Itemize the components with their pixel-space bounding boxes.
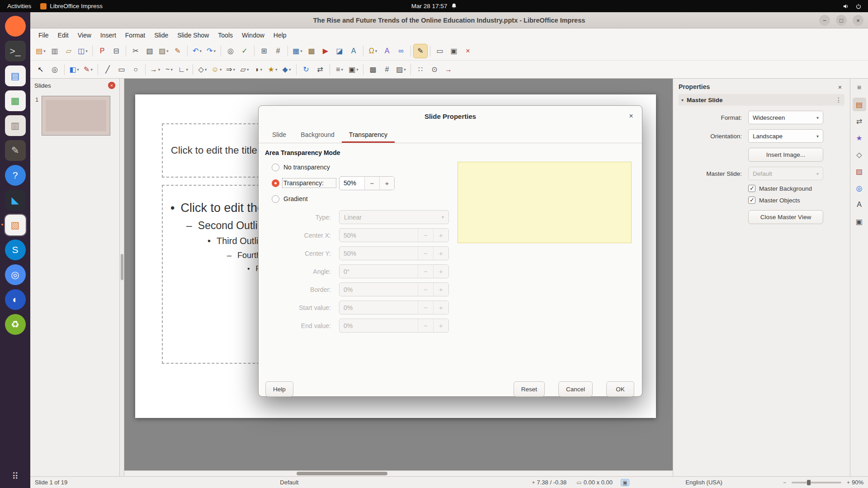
transparency-value[interactable]: 50% [340,177,364,190]
redo-icon[interactable]: ↷ [204,44,218,58]
close-dialog-icon[interactable]: × [626,111,636,121]
navigator-tab-icon[interactable]: ◎ [853,181,866,195]
ok-button[interactable]: OK [606,381,634,397]
checkbox-master-objects[interactable]: Master Objects [748,197,844,204]
snap-guides-icon[interactable]: # [271,44,285,58]
master-slides-tab-icon[interactable]: ▣ [853,215,866,228]
zoom-in-icon[interactable]: + [847,479,850,486]
zoom-level[interactable]: 90% [852,479,863,486]
paste-icon[interactable]: ▨ [157,44,170,58]
insert-table-icon[interactable]: ▦ [291,44,304,58]
special-character-icon[interactable]: Ω [366,44,380,58]
close-properties-panel-icon[interactable]: × [835,83,844,91]
hyperlink-icon[interactable]: ∞ [394,44,408,58]
spelling-icon[interactable]: ✓ [238,44,251,58]
help-button[interactable]: Help [265,381,293,397]
section-settings-icon[interactable]: ⋮ [835,96,842,103]
menu-window[interactable]: Window [237,30,269,41]
dock-help-icon[interactable]: ? [5,165,26,186]
copy-icon[interactable]: ▧ [143,44,156,58]
symbol-shapes-icon[interactable]: ☺ [210,63,223,76]
zoom-icon[interactable]: ◎ [48,63,61,76]
menu-slide[interactable]: Slide [150,30,173,41]
menu-file[interactable]: File [34,30,53,41]
menu-help[interactable]: Help [269,30,291,41]
insert-media-icon[interactable]: ▶ [319,44,332,58]
orientation-dropdown[interactable]: Landscape ▾ [748,129,823,143]
edit-points-icon[interactable]: ∷ [414,63,427,76]
arrange-icon[interactable]: ▣ [347,63,360,76]
print-icon[interactable]: ⊟ [109,44,123,58]
tab-slide[interactable]: Slide [265,127,293,143]
flip-icon[interactable]: ⇄ [313,63,327,76]
insert-textbox-icon[interactable]: A [347,44,360,58]
cut-icon[interactable]: ✂ [129,44,142,58]
checkbox-master-background[interactable]: Master Background [748,185,844,192]
block-arrows-icon[interactable]: ⇒ [224,63,237,76]
sidebar-menu-icon[interactable]: ≡ [853,81,866,94]
animation-tab-icon[interactable]: ★ [853,131,866,145]
properties-tab-icon[interactable]: ▤ [853,98,866,111]
tab-background[interactable]: Background [293,127,342,143]
header-footer-icon[interactable]: ▭ [433,44,447,58]
connectors-icon[interactable]: ∟ [176,63,190,76]
slide-layout-icon[interactable]: ▣ [447,44,461,58]
dock-impress-icon[interactable]: ▧ [5,215,26,235]
basic-shapes-icon[interactable]: ◇ [196,63,209,76]
dock-gimp-icon[interactable]: ✎ [5,140,26,161]
dock-ide-circle-icon[interactable]: ◐ [5,289,26,310]
curves-icon[interactable]: ~ [162,63,176,76]
find-replace-icon[interactable]: ◎ [224,44,237,58]
rotate-icon[interactable]: ↻ [299,63,313,76]
panel-splitter[interactable] [120,79,124,476]
dock-browser-circle-icon[interactable]: ◎ [5,264,26,285]
lines-and-arrows-icon[interactable]: → [148,63,162,76]
close-master-view-button[interactable]: Close Master View [748,210,823,224]
decrease-transparency-button[interactable] [364,177,379,190]
maximize-button[interactable]: □ [836,15,847,26]
dock-file-cabinet-icon[interactable]: ▥ [5,115,26,136]
language-indicator[interactable]: English (USA) [685,479,722,486]
rectangle-icon[interactable]: ▭ [115,63,128,76]
splitter-handle[interactable] [121,254,123,280]
glue-points-icon[interactable]: ⊙ [428,63,441,76]
ellipse-icon[interactable]: ○ [129,63,142,76]
display-grid-icon[interactable]: ⊞ [257,44,271,58]
cancel-button[interactable]: Cancel [558,381,593,397]
slide-thumbnail-row[interactable]: 1 [30,92,119,139]
new-presentation-icon[interactable]: ▤ [34,44,47,58]
menu-tools[interactable]: Tools [213,30,237,41]
no-transparency-radio[interactable] [272,164,279,171]
menu-insert[interactable]: Insert [96,30,121,41]
templates-icon[interactable]: ▥ [48,44,61,58]
line-color-icon[interactable]: ✎ [81,63,95,76]
menu-slide-show[interactable]: Slide Show [173,30,213,41]
menu-edit[interactable]: Edit [53,30,73,41]
slide-transition-tab-icon[interactable]: ⇄ [853,114,866,128]
flowchart-icon[interactable]: ▱ [238,63,251,76]
clock[interactable]: Mar 28 17:57 [411,3,457,9]
reset-button[interactable]: Reset [514,381,545,397]
styles-tab-icon[interactable]: A [853,198,866,211]
dock-calc-icon[interactable]: ▦ [5,90,26,111]
align-objects-icon[interactable]: ≡ [333,63,346,76]
increase-transparency-button[interactable] [379,177,394,190]
dock-software-center-icon[interactable]: ♻ [5,314,26,335]
crop-icon[interactable]: # [380,63,394,76]
current-app-indicator[interactable]: LibreOffice Impress [40,3,103,9]
export-pdf-icon[interactable]: P [95,44,109,58]
show-draw-functions-icon[interactable]: ✎ [414,44,427,58]
dock-writer-icon[interactable]: ▤ [5,66,26,86]
undo-icon[interactable]: ↶ [190,44,204,58]
shadow-icon[interactable]: ▩ [366,63,380,76]
menu-format[interactable]: Format [121,30,150,41]
master-slide-section-header[interactable]: ▾ Master Slide ⋮ [679,94,844,106]
dock-vscode-icon[interactable]: ◣ [5,190,26,211]
shapes-tab-icon[interactable]: ◇ [853,148,866,161]
close-window-button[interactable]: × [853,15,863,26]
fit-slide-icon[interactable]: ▣ [621,479,629,486]
dock-skype-icon[interactable]: S [5,239,26,260]
gallery-tab-icon[interactable]: ▨ [853,164,866,178]
save-icon[interactable]: ◫ [76,44,90,58]
tab-transparency[interactable]: Transparency [342,127,395,143]
